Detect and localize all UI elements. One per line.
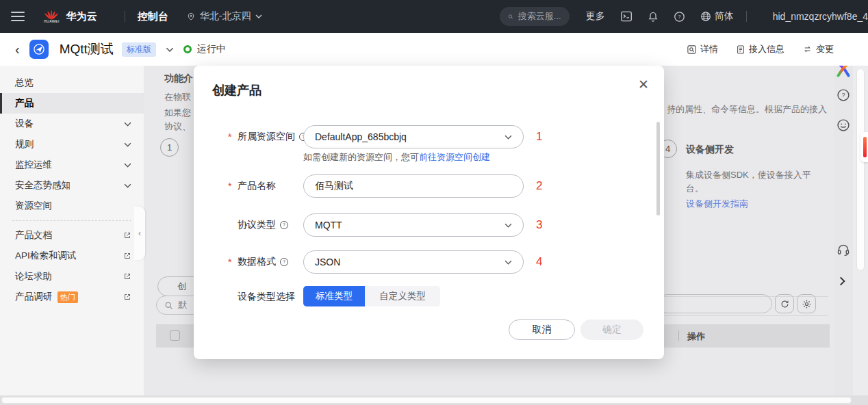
access-info-label: 接入信息 bbox=[749, 43, 784, 55]
rail-help-button[interactable]: ? bbox=[837, 88, 850, 102]
change-button[interactable]: 变更 bbox=[802, 43, 834, 55]
notifications-button[interactable] bbox=[648, 11, 659, 23]
protocol-select[interactable]: MQTT bbox=[303, 213, 524, 237]
required-asterisk bbox=[228, 257, 234, 267]
sidebar-item-overview[interactable]: 总览 bbox=[0, 73, 144, 93]
annotation-step-3: 3 bbox=[536, 218, 542, 232]
device-type-standard-button[interactable]: 标准类型 bbox=[303, 286, 365, 306]
close-icon[interactable] bbox=[638, 78, 649, 91]
svg-text:?: ? bbox=[678, 14, 681, 20]
resource-space-select[interactable]: DefaultApp_685bcbjq bbox=[303, 125, 524, 148]
field-help-icon[interactable]: ? bbox=[279, 220, 289, 230]
back-button[interactable] bbox=[15, 42, 20, 56]
cloud-search-input[interactable]: 搜索云服... bbox=[500, 7, 570, 26]
data-format-label: 数据格式 ? bbox=[228, 256, 289, 268]
access-info-button[interactable]: 接入信息 bbox=[736, 43, 784, 55]
chevron-down-icon bbox=[124, 163, 131, 168]
detail-search-icon bbox=[687, 44, 697, 55]
account-id[interactable]: hid_nmzqzrcyhwf8e_4 bbox=[773, 11, 868, 22]
rail-expand-button[interactable] bbox=[839, 276, 845, 286]
field-label-text: 设备类型选择 bbox=[238, 291, 295, 303]
sidebar-nav: 总览 产品 设备 规则 监控运维 安全态势感知 资源空间 产品文档 API检索和… bbox=[0, 66, 144, 395]
instance-switcher[interactable] bbox=[166, 47, 174, 52]
column-divider bbox=[678, 330, 679, 341]
search-icon bbox=[164, 301, 173, 310]
swap-arrows-icon bbox=[802, 44, 813, 54]
table-settings-button[interactable] bbox=[797, 294, 816, 313]
topbar-right: 搜索云服... 更多 ? bbox=[500, 7, 868, 26]
top-bar: HUAWEI 华为云 控制台 华北-北京四 搜索云服... 更多 bbox=[0, 0, 868, 33]
vertical-scrollbar-track[interactable] bbox=[853, 66, 868, 395]
sidebar-collapse-handle[interactable] bbox=[134, 207, 145, 260]
step-circle-1: 1 bbox=[160, 138, 179, 157]
resource-space-label: 所属资源空间 ? bbox=[228, 131, 308, 143]
sidebar-item-rules[interactable]: 规则 bbox=[0, 134, 144, 155]
chevron-down-icon bbox=[124, 122, 131, 127]
sidebar-item-resource-spaces[interactable]: 资源空间 bbox=[0, 196, 144, 216]
sidebar-item-forum[interactable]: 论坛求助 bbox=[0, 266, 144, 287]
sidebar-item-security[interactable]: 安全态势感知 bbox=[0, 175, 144, 196]
huawei-logo[interactable]: HUAWEI bbox=[44, 10, 60, 23]
device-type-custom-button[interactable]: 自定义类型 bbox=[365, 286, 440, 306]
language-selector[interactable]: 简体 bbox=[700, 10, 734, 23]
sidebar-item-products[interactable]: 产品 bbox=[0, 93, 144, 114]
annotation-step-2: 2 bbox=[536, 179, 542, 193]
annotation-step-1: 1 bbox=[536, 130, 542, 144]
instance-title: MQtt测试 bbox=[60, 40, 114, 58]
data-format-select[interactable]: JSON bbox=[303, 250, 524, 274]
language-label: 简体 bbox=[715, 10, 734, 23]
details-button[interactable]: 详情 bbox=[687, 43, 718, 55]
external-link-icon bbox=[123, 272, 131, 280]
field-help-icon[interactable]: ? bbox=[279, 257, 289, 267]
feedback-smiley-button[interactable] bbox=[837, 118, 850, 132]
sidebar-item-label: 产品 bbox=[15, 97, 131, 109]
product-name-value: 佰马测试 bbox=[315, 180, 512, 192]
vertical-scrollbar-thumb[interactable] bbox=[856, 68, 865, 271]
resource-space-helper: 如需创建新的资源空间，您可前往资源空间创建 bbox=[303, 151, 490, 164]
filter-input-tail[interactable] bbox=[657, 294, 772, 313]
support-headset-button[interactable] bbox=[837, 243, 850, 257]
sidebar-item-devices[interactable]: 设备 bbox=[0, 114, 144, 134]
search-text-fragment: 默 bbox=[178, 299, 187, 311]
cli-terminal-button[interactable] bbox=[620, 11, 633, 22]
sidebar-item-label: 产品调研 bbox=[15, 291, 52, 303]
field-label-text: 所属资源空间 bbox=[238, 131, 295, 143]
sidebar-item-om[interactable]: 监控运维 bbox=[0, 155, 144, 175]
console-link[interactable]: 控制台 bbox=[138, 10, 168, 23]
product-name-input[interactable]: 佰马测试 bbox=[303, 174, 524, 198]
sidebar-item-survey[interactable]: 产品调研 热门 bbox=[0, 287, 144, 307]
create-product-dialog: 创建产品 所属资源空间 ? DefaultApp_685bcbjq 1 如需创建… bbox=[194, 66, 664, 359]
refresh-button[interactable] bbox=[775, 294, 794, 313]
region-selector[interactable]: 华北-北京四 bbox=[186, 10, 262, 23]
help-button[interactable]: ? bbox=[674, 11, 685, 23]
sidebar-item-label: 产品文档 bbox=[15, 229, 123, 241]
create-resource-space-link[interactable]: 前往资源空间创建 bbox=[419, 152, 490, 162]
helper-text: 如需创建新的资源空间，您可 bbox=[303, 152, 419, 162]
external-link-icon bbox=[123, 252, 131, 260]
chevron-down-icon bbox=[505, 223, 512, 228]
dialog-scrollbar-thumb[interactable] bbox=[656, 122, 660, 215]
chevron-down-icon bbox=[505, 135, 512, 140]
hamburger-menu-icon[interactable] bbox=[11, 12, 25, 21]
huawei-logo-text: HUAWEI bbox=[44, 19, 60, 23]
select-all-checkbox[interactable] bbox=[170, 330, 180, 341]
horizontal-scrollbar-thumb[interactable] bbox=[1, 397, 852, 404]
instance-actions: 详情 接入信息 变更 bbox=[687, 43, 834, 55]
sidebar-item-label: 监控运维 bbox=[15, 159, 124, 171]
dialog-title: 创建产品 bbox=[212, 82, 261, 99]
floating-widget-sliver[interactable] bbox=[860, 132, 868, 162]
brand-name[interactable]: 华为云 bbox=[66, 10, 97, 23]
cancel-button[interactable]: 取消 bbox=[509, 319, 575, 340]
device-dev-guide-link[interactable]: 设备侧开发指南 bbox=[686, 198, 748, 210]
horizontal-scrollbar-track[interactable] bbox=[0, 395, 868, 405]
intro-text-line: 如果您 bbox=[164, 107, 191, 119]
sidebar-item-api-explorer[interactable]: API检索和调试 bbox=[0, 246, 144, 266]
required-asterisk bbox=[228, 131, 234, 142]
step4-desc-line: 集成设备侧SDK，使设备接入平 bbox=[686, 169, 811, 181]
confirm-button[interactable]: 确定 bbox=[580, 319, 643, 340]
sidebar-item-docs[interactable]: 产品文档 bbox=[0, 225, 144, 246]
details-label: 详情 bbox=[700, 43, 718, 55]
search-placeholder: 搜索云服... bbox=[518, 10, 561, 23]
more-menu[interactable]: 更多 bbox=[586, 10, 605, 23]
document-icon bbox=[736, 44, 745, 55]
